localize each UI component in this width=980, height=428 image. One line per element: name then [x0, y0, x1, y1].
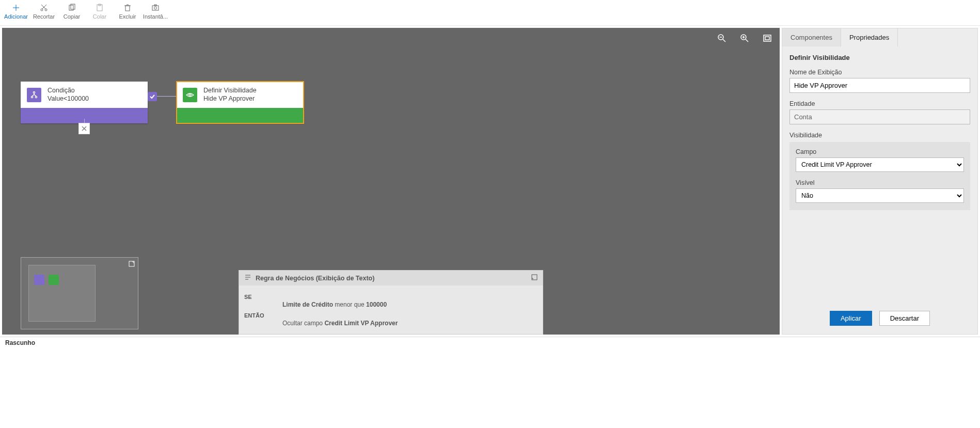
text-view-title: Regra de Negócios (Exibição de Texto) — [256, 275, 374, 282]
expand-icon[interactable] — [129, 261, 135, 267]
svg-line-5 — [41, 5, 45, 9]
visibility-group: Campo Credit Limit VP Approver Visível N… — [789, 142, 970, 210]
set-visibility-node-footer — [177, 108, 304, 123]
properties-panel: Componentes Propriedades Definir Visibil… — [782, 28, 978, 335]
eye-icon — [183, 88, 197, 102]
tab-properties[interactable]: Propriedades — [841, 28, 898, 46]
zoom-in-button[interactable] — [739, 33, 750, 43]
condition-node-header: Condição Value<100000 — [21, 82, 148, 108]
field-select[interactable]: Credit Limit VP Approver — [796, 157, 964, 172]
add-label: Adicionar — [4, 13, 28, 20]
visibility-group-label: Visibilidade — [789, 132, 970, 139]
minimap[interactable] — [21, 257, 138, 329]
condition-false-branch[interactable] — [78, 123, 90, 134]
copy-label: Copiar — [64, 13, 80, 20]
svg-rect-23 — [764, 35, 771, 41]
minimap-condition — [34, 275, 44, 285]
trash-icon — [123, 3, 132, 12]
delete-label: Excluir — [119, 13, 136, 20]
collapse-icon[interactable] — [531, 274, 538, 282]
svg-point-26 — [31, 96, 33, 98]
tab-components[interactable]: Componentes — [782, 28, 841, 46]
svg-point-25 — [33, 91, 35, 93]
zoom-out-button[interactable] — [717, 33, 727, 43]
camera-icon — [151, 3, 160, 12]
paste-label: Colar — [93, 13, 106, 20]
condition-node-title: Condição Value<100000 — [48, 87, 89, 103]
svg-point-2 — [41, 9, 43, 11]
entity-input — [789, 109, 970, 124]
text-view-icon — [244, 274, 251, 282]
delete-button[interactable]: Excluir — [114, 2, 141, 25]
set-visibility-node-title: Definir Visibilidade Hide VP Approver — [203, 87, 257, 103]
svg-point-3 — [45, 9, 47, 11]
copy-button[interactable]: Copiar — [58, 2, 86, 25]
set-visibility-node-header: Definir Visibilidade Hide VP Approver — [177, 82, 304, 108]
visible-select[interactable]: Não — [796, 188, 964, 203]
svg-line-17 — [723, 39, 725, 42]
if-expression: Limite de Crédito menor que 100000 — [282, 294, 387, 308]
designer-canvas[interactable]: Condição Value<100000 Definir Visibili — [2, 28, 780, 335]
cut-label: Recortar — [33, 13, 55, 20]
connector-true — [148, 93, 177, 100]
discard-button[interactable]: Descartar — [879, 311, 930, 326]
svg-point-27 — [35, 96, 37, 98]
add-button[interactable]: Adicionar — [2, 2, 30, 25]
snapshot-button[interactable]: Instantâ... — [141, 2, 169, 25]
paste-button[interactable]: Colar — [86, 2, 114, 25]
svg-line-29 — [32, 94, 34, 97]
minimap-visibility — [49, 275, 59, 285]
apply-button[interactable]: Aplicar — [830, 311, 872, 326]
zoom-controls — [717, 33, 772, 43]
cut-button[interactable]: Recortar — [30, 2, 58, 25]
fit-screen-button[interactable] — [762, 33, 772, 43]
paste-icon — [95, 3, 104, 12]
svg-point-14 — [154, 7, 157, 9]
set-visibility-node[interactable]: Definir Visibilidade Hide VP Approver — [177, 82, 304, 123]
svg-line-4 — [42, 5, 46, 9]
properties-heading: Definir Visibilidade — [789, 54, 970, 61]
svg-rect-10 — [125, 6, 130, 11]
scissors-icon — [39, 3, 49, 12]
svg-rect-15 — [154, 5, 156, 6]
plus-icon — [11, 3, 21, 12]
visible-label: Visível — [796, 179, 964, 186]
toolbar: Adicionar Recortar Copiar Colar Excluir … — [0, 0, 980, 26]
business-rule-text-view: Regra de Negócios (Exibição de Texto) SE… — [239, 270, 543, 335]
entity-label: Entidade — [789, 100, 970, 107]
condition-node[interactable]: Condição Value<100000 — [21, 82, 148, 123]
snapshot-label: Instantâ... — [143, 13, 168, 20]
field-label: Campo — [796, 148, 964, 155]
svg-point-33 — [189, 94, 191, 96]
then-expression: Ocultar campo Credit Limit VP Approver — [282, 312, 398, 327]
if-keyword: SE — [244, 294, 282, 308]
display-name-input[interactable] — [789, 78, 970, 93]
status-bar: Rascunho — [0, 337, 980, 348]
check-icon — [148, 92, 157, 101]
minimap-viewport[interactable] — [28, 265, 96, 322]
svg-rect-24 — [765, 37, 769, 40]
svg-line-20 — [746, 39, 748, 42]
branch-icon — [27, 88, 41, 102]
status-text: Rascunho — [5, 339, 35, 346]
svg-line-30 — [34, 94, 36, 97]
svg-rect-13 — [152, 6, 159, 10]
display-name-label: Nome de Exibição — [789, 69, 970, 76]
copy-icon — [67, 3, 76, 12]
then-keyword: ENTÃO — [244, 312, 282, 327]
